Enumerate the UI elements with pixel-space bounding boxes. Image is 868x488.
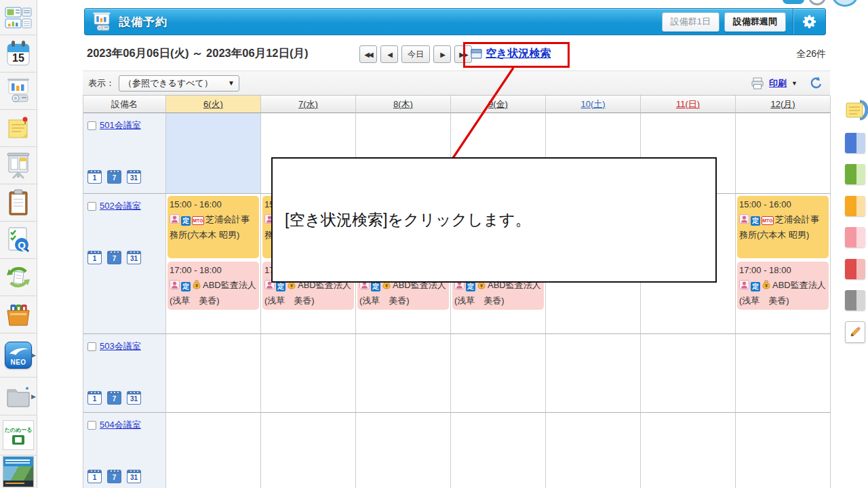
first-button[interactable]: ◀◀ bbox=[359, 45, 377, 63]
day-view-icon[interactable]: 1 bbox=[87, 470, 102, 483]
event-audit[interactable]: 17:00 - 18:00 定¥ABD監査法人(浅草 美香) bbox=[167, 262, 259, 310]
calendar-cell[interactable] bbox=[451, 334, 546, 413]
calendar-cell[interactable] bbox=[166, 413, 261, 488]
print-menu-caret-icon[interactable]: ▼ bbox=[791, 80, 797, 87]
last-button[interactable]: ▶▶ bbox=[454, 45, 472, 63]
event-audit[interactable]: 17:00 - 18:00 定¥ABD監査法人(浅草 美香) bbox=[737, 262, 829, 310]
room-checkbox[interactable] bbox=[87, 421, 96, 430]
sidebar-item-neo[interactable]: NEO ▶ bbox=[0, 333, 37, 378]
event-meeting[interactable]: 15:00 - 16:00 定MTG芝浦会計事務所(六本木 昭男) bbox=[167, 196, 259, 258]
sidebar-item-report[interactable] bbox=[0, 184, 37, 222]
room-checkbox[interactable] bbox=[87, 202, 96, 211]
expand-arrow-icon[interactable]: ▶ bbox=[31, 352, 36, 359]
event-time: 17:00 - 18:00 bbox=[170, 263, 257, 278]
day-link[interactable]: 11(日) bbox=[676, 98, 700, 110]
week-view-icon[interactable]: 7 bbox=[107, 391, 121, 405]
group-week-button[interactable]: 設備群週間 bbox=[724, 12, 786, 32]
availability-search[interactable]: 空き状況検索 bbox=[471, 47, 551, 61]
display-select[interactable]: （参照できるすべて） ▼ bbox=[119, 75, 239, 92]
column-header-day: 6(火) bbox=[166, 96, 261, 113]
day-link[interactable]: 10(土) bbox=[580, 98, 605, 110]
sidebar-item-schedule[interactable]: 15 bbox=[0, 35, 37, 73]
calendar-cell[interactable] bbox=[166, 334, 261, 413]
week-view-icon[interactable]: 7 bbox=[107, 170, 121, 184]
column-header-facility: 設備名 bbox=[83, 96, 166, 113]
calendar-cell[interactable] bbox=[451, 413, 546, 488]
calendar-cell[interactable] bbox=[546, 334, 641, 413]
expand-arrow-icon[interactable]: ▶ bbox=[31, 393, 36, 400]
room-link[interactable]: 503会議室 bbox=[100, 340, 141, 352]
event-meeting[interactable]: 15:00 - 16:00 定MTG芝浦会計事務所(六本木 昭男) bbox=[737, 196, 829, 258]
room-checkbox[interactable] bbox=[87, 342, 96, 351]
room-link[interactable]: 502会議室 bbox=[100, 200, 141, 212]
svg-text:Q: Q bbox=[18, 239, 26, 251]
calendar-cell[interactable] bbox=[736, 334, 831, 413]
color-filter-green[interactable] bbox=[845, 164, 865, 184]
day-link[interactable]: 12(月) bbox=[770, 98, 795, 110]
day-view-icon[interactable]: 1 bbox=[87, 251, 102, 264]
date-range-label: 2023年06月06日(火) ～ 2023年06月12日(月) bbox=[87, 46, 308, 61]
calendar-cell[interactable]: 15:00 - 16:00 定MTG芝浦会計事務所(六本木 昭男) 17:00 … bbox=[736, 194, 831, 334]
edit-pencil-icon[interactable] bbox=[845, 321, 865, 343]
refresh-icon[interactable] bbox=[809, 76, 823, 90]
room-checkbox[interactable] bbox=[87, 121, 96, 130]
app-sidebar: 15 bbox=[0, 0, 37, 488]
sidebar-item-memo[interactable] bbox=[0, 110, 37, 147]
month-view-icon[interactable]: 31 bbox=[127, 391, 141, 405]
color-filter-blue[interactable] bbox=[845, 133, 865, 153]
calendar-cell[interactable] bbox=[641, 413, 736, 488]
sidebar-item-cabinet[interactable] bbox=[0, 296, 37, 333]
sidebar-item-circulation[interactable] bbox=[0, 259, 37, 296]
sidebar-item-folder[interactable]: ▶ bbox=[0, 378, 37, 415]
sidebar-item-tanomail-banner[interactable]: たのめーる bbox=[0, 415, 37, 455]
color-filter-red[interactable] bbox=[845, 259, 865, 279]
month-view-icon[interactable]: 31 bbox=[127, 170, 141, 184]
calendar-cell[interactable] bbox=[736, 113, 831, 194]
day-view-icon[interactable]: 1 bbox=[87, 391, 102, 405]
print-link[interactable]: 印刷 bbox=[769, 77, 787, 89]
room-name-cell: 503会議室 1 7 31 bbox=[83, 334, 166, 413]
week-view-icon[interactable]: 7 bbox=[107, 251, 121, 264]
prev-button[interactable]: ◀ bbox=[380, 45, 398, 63]
day-link[interactable]: 8(木) bbox=[393, 98, 413, 110]
day-link[interactable]: 9(金) bbox=[488, 98, 508, 110]
calendar-cell[interactable] bbox=[166, 113, 261, 194]
day-link[interactable]: 6(火) bbox=[203, 98, 223, 110]
reservation-table: 設備名 6(火) 7(水) 8(木) 9(金) 10(土) 11(日) 12(月… bbox=[83, 95, 830, 488]
next-button[interactable]: ▶ bbox=[433, 45, 451, 63]
calendar-cell[interactable] bbox=[356, 413, 451, 488]
settings-button[interactable] bbox=[793, 9, 825, 35]
room-link[interactable]: 501会議室 bbox=[100, 119, 141, 131]
sidebar-item-facility[interactable] bbox=[0, 73, 37, 110]
group-day-button[interactable]: 設備群1日 bbox=[662, 12, 719, 32]
month-view-icon[interactable]: 31 bbox=[127, 251, 141, 264]
calendar-cell[interactable] bbox=[261, 413, 356, 488]
calendar-cell[interactable] bbox=[641, 334, 736, 413]
facility-icon bbox=[3, 77, 33, 104]
calendar-cell[interactable] bbox=[261, 334, 356, 413]
room-link[interactable]: 504会議室 bbox=[100, 419, 141, 431]
month-view-icon[interactable]: 31 bbox=[127, 470, 141, 483]
availability-search-link[interactable]: 空き状況検索 bbox=[486, 47, 551, 61]
week-view-icon[interactable]: 7 bbox=[107, 470, 121, 483]
color-filter-orange[interactable] bbox=[845, 196, 865, 216]
calendar-cell[interactable] bbox=[736, 413, 831, 488]
color-filter-gray[interactable] bbox=[845, 290, 865, 310]
sidebar-item-portal[interactable] bbox=[0, 0, 37, 35]
fixed-badge: 定 bbox=[276, 282, 285, 291]
today-button[interactable]: 今日 bbox=[401, 45, 430, 63]
calendar-cell[interactable] bbox=[356, 334, 451, 413]
mtg-badge: MTG bbox=[762, 216, 774, 225]
sidebar-item-ad-banner[interactable] bbox=[0, 455, 37, 488]
sidebar-item-questionnaire[interactable]: Q bbox=[0, 222, 37, 259]
double-next-icon: ▶▶ bbox=[459, 51, 467, 58]
memo-shortcut-icon[interactable] bbox=[845, 99, 868, 126]
day-link[interactable]: 7(水) bbox=[298, 98, 318, 110]
memo-icon bbox=[5, 115, 31, 142]
calendar-cell[interactable]: 15:00 - 16:00 定MTG芝浦会計事務所(六本木 昭男) 17:00 … bbox=[166, 194, 261, 334]
calendar-cell[interactable] bbox=[546, 413, 641, 488]
color-filter-pink[interactable] bbox=[845, 227, 865, 247]
svg-text:15: 15 bbox=[12, 52, 24, 64]
sidebar-item-bulletin[interactable] bbox=[0, 147, 37, 184]
day-view-icon[interactable]: 1 bbox=[87, 170, 102, 184]
